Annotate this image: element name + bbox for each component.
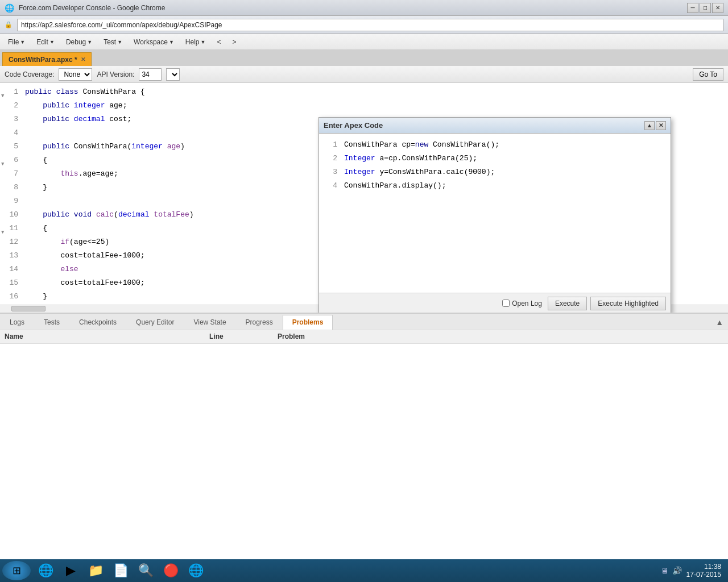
- code-line-1: ▼ 1 public class ConsWithPara {: [0, 85, 728, 99]
- taskbar-pdf[interactable]: 📄: [108, 561, 133, 580]
- apex-code-modal: Enter Apex Code ▲ ✕ 1 ConsWithPara cp=ne…: [318, 117, 671, 313]
- col-header-problem: Problem: [273, 331, 728, 342]
- taskbar-opera[interactable]: 🔴: [158, 561, 183, 580]
- code-text-6: {: [23, 153, 47, 167]
- address-input[interactable]: [17, 19, 723, 31]
- menu-forward[interactable]: >: [226, 36, 242, 48]
- line-num-15: 15: [0, 276, 23, 290]
- apex-line-num-1: 1: [319, 138, 342, 152]
- apex-line-4: 4 ConsWithPara.display();: [319, 179, 671, 193]
- modal-close-button[interactable]: ✕: [656, 121, 666, 130]
- apex-modal-footer: Open Log Execute Execute Highlighted: [319, 293, 671, 313]
- menu-file[interactable]: File ▼: [2, 36, 31, 48]
- menu-test-arrow: ▼: [117, 39, 122, 45]
- menu-test[interactable]: Test ▼: [98, 36, 128, 48]
- open-log-checkbox[interactable]: [502, 300, 510, 307]
- apex-line-3: 3 Integer y=ConsWithPara.calc(9000);: [319, 165, 671, 179]
- taskbar-firefox[interactable]: 🔍: [133, 561, 158, 580]
- code-text-7: this.age=age;: [23, 167, 118, 181]
- editor-wrapper: ▼ 1 public class ConsWithPara { 2 public…: [0, 83, 728, 313]
- start-button[interactable]: ⊞: [2, 561, 31, 580]
- window-controls: ─ □ ✕: [687, 3, 723, 13]
- coverage-select[interactable]: None: [59, 68, 92, 81]
- problems-table-header: Name Line Problem: [0, 330, 728, 344]
- taskbar-ie[interactable]: 🌐: [33, 561, 58, 580]
- tab-query-editor[interactable]: Query Editor: [126, 315, 184, 330]
- modal-minimize-button[interactable]: ▲: [644, 121, 655, 130]
- tab-logs[interactable]: Logs: [0, 315, 34, 330]
- window-title: Force.com Developer Console - Google Chr…: [19, 4, 165, 12]
- apex-code-text-4: ConsWithPara.display();: [342, 179, 446, 193]
- open-log-container: Open Log: [502, 300, 542, 307]
- apex-line-num-3: 3: [319, 165, 342, 179]
- apex-modal-controls: ▲ ✕: [644, 121, 666, 130]
- code-text-3: public decimal cost;: [23, 113, 131, 126]
- code-line-2: 2 public integer age;: [0, 99, 728, 113]
- execute-button[interactable]: Execute: [548, 297, 587, 310]
- line-num-8: 8: [0, 181, 23, 194]
- menu-back[interactable]: <: [211, 36, 226, 48]
- apex-modal-header: Enter Apex Code ▲ ✕: [319, 118, 671, 134]
- minimize-button[interactable]: ─: [687, 3, 698, 13]
- menu-help[interactable]: Help ▼: [180, 36, 212, 48]
- tab-tests[interactable]: Tests: [34, 315, 69, 330]
- close-button[interactable]: ✕: [712, 3, 723, 13]
- sound-icon: 🔊: [672, 566, 682, 575]
- toolbar: Code Coverage: None API Version: Go To: [0, 66, 728, 83]
- main-content: ▼ 1 public class ConsWithPara { 2 public…: [0, 83, 728, 559]
- code-text-11: {: [23, 222, 47, 235]
- tab-problems[interactable]: Problems: [283, 315, 333, 330]
- apex-code-area[interactable]: 1 ConsWithPara cp=new ConsWithPara(); 2 …: [319, 134, 671, 293]
- taskbar-right: 🖥 🔊 11:38 17-07-2015: [661, 563, 726, 579]
- menu-debug[interactable]: Debug ▼: [60, 36, 98, 48]
- menu-edit[interactable]: Edit ▼: [31, 36, 60, 48]
- code-text-10: public void calc(decimal totalFee): [23, 208, 194, 222]
- apex-modal-title: Enter Apex Code: [324, 121, 383, 130]
- line-num-17: 17: [0, 304, 23, 305]
- taskbar-explorer[interactable]: 📁: [83, 561, 108, 580]
- execute-highlighted-button[interactable]: Execute Highlighted: [590, 297, 666, 310]
- panel-expand-button[interactable]: ▲: [711, 315, 728, 330]
- line-num-7: 7: [0, 167, 23, 181]
- apex-line-num-2: 2: [319, 152, 342, 165]
- code-text-16: }: [23, 290, 47, 304]
- lock-icon: 🔒: [5, 21, 13, 28]
- api-label: API Version:: [97, 70, 134, 78]
- line-num-14: 14: [0, 263, 23, 276]
- line-num-5: 5: [0, 140, 23, 153]
- api-version-dropdown[interactable]: [166, 68, 180, 81]
- maximize-button[interactable]: □: [700, 3, 711, 13]
- line-num-12: 12: [0, 235, 23, 249]
- col-header-line: Line: [205, 331, 273, 342]
- code-text-2: public integer age;: [23, 99, 127, 113]
- file-tab-conswithpara[interactable]: ConsWithPara.apxc * ✕: [2, 52, 92, 66]
- menu-edit-arrow: ▼: [49, 39, 55, 45]
- taskbar-media[interactable]: ▶: [58, 561, 83, 580]
- code-text-15: cost=totalFee+1000;: [23, 276, 145, 290]
- code-text-13: cost=totalFee-1000;: [23, 249, 145, 263]
- menu-workspace[interactable]: Workspace ▼: [128, 36, 180, 48]
- bottom-panel: Name Line Problem: [0, 330, 728, 560]
- code-text-8: }: [23, 181, 47, 194]
- taskbar-chrome[interactable]: 🌐: [183, 561, 208, 580]
- apex-code-text-2: Integer a=cp.ConsWithPara(25);: [342, 152, 477, 165]
- menubar: File ▼ Edit ▼ Debug ▼ Test ▼ Workspace ▼…: [0, 34, 728, 50]
- tab-progress[interactable]: Progress: [236, 315, 283, 330]
- line-num-9: 9: [0, 194, 23, 208]
- chrome-titlebar: 🌐 Force.com Developer Console - Google C…: [0, 0, 728, 16]
- tab-view-state[interactable]: View State: [184, 315, 235, 330]
- code-text-5: public ConsWithPara(integer age): [23, 140, 185, 153]
- tab-bar: ConsWithPara.apxc * ✕: [0, 50, 728, 66]
- api-version-input[interactable]: [139, 68, 162, 81]
- tab-checkpoints[interactable]: Checkpoints: [69, 315, 126, 330]
- menu-workspace-arrow: ▼: [169, 39, 174, 45]
- file-tab-close-icon[interactable]: ✕: [81, 56, 85, 63]
- scrollbar-thumb[interactable]: [11, 306, 46, 311]
- goto-button[interactable]: Go To: [693, 68, 723, 81]
- line-num-11: ▼ 11: [0, 222, 23, 235]
- menu-help-arrow: ▼: [201, 39, 206, 45]
- line-num-13: 13: [0, 249, 23, 263]
- address-bar: 🔒: [0, 16, 728, 34]
- col-header-name: Name: [0, 331, 205, 342]
- open-log-label: Open Log: [512, 300, 542, 307]
